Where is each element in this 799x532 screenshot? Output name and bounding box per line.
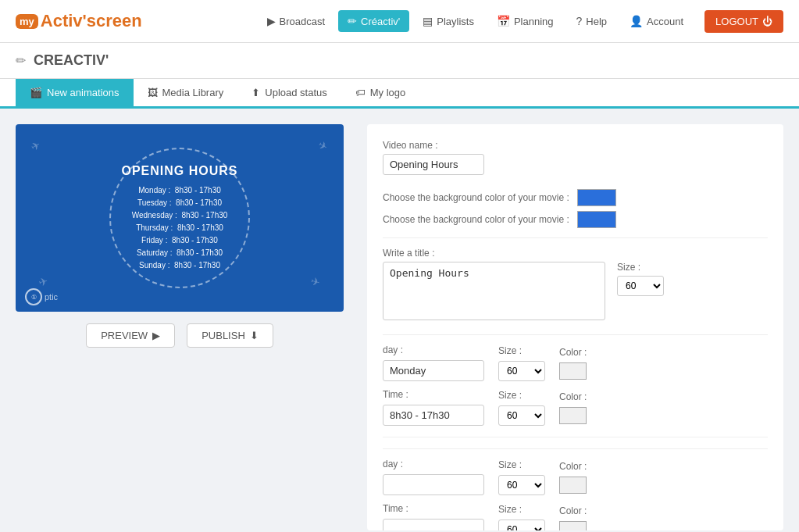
tab-my-logo-label: My logo [370, 87, 406, 98]
video-name-input[interactable] [383, 154, 484, 175]
bg-color1-label: Choose the background color of your movi… [383, 192, 569, 203]
day2-color-swatch[interactable] [559, 477, 587, 494]
tab-upload-status[interactable]: ⬆ Upload status [237, 79, 341, 109]
media-library-icon: 🖼 [148, 87, 158, 98]
nav-broadcast-label: Broadcast [280, 16, 326, 27]
nav-account[interactable]: 👤 Account [620, 10, 693, 32]
creactiv-icon: ✏ [348, 15, 357, 27]
nav-creactiv[interactable]: ✏ Créactiv' [338, 10, 409, 32]
logo: my Activ'screen [16, 11, 142, 31]
field-block-2: day : Size : 60405070 Color : Time : [383, 459, 768, 530]
day1-row: day : Size : 60405070 Color : [383, 345, 768, 381]
preview-actions: PREVIEW ▶ PUBLISH ⬇ [16, 323, 344, 348]
logo-circle-icon: ① [25, 288, 42, 305]
planning-icon: 📅 [497, 15, 510, 27]
time1-color-swatch[interactable] [559, 407, 587, 424]
logo-my: my [16, 14, 38, 29]
day1-size-label: Size : [498, 345, 545, 356]
nav-playlists[interactable]: ▤ Playlists [413, 10, 483, 32]
title-section: Write a title : Opening Hours Size : 60 … [383, 248, 768, 320]
sub-nav: 🎬 New animations 🖼 Media Library ⬆ Uploa… [0, 79, 799, 109]
preview-logo: ① ptic [25, 288, 58, 305]
time2-label: Time : [383, 503, 484, 514]
nav-planning[interactable]: 📅 Planning [487, 10, 563, 32]
nav-account-label: Account [647, 16, 683, 27]
new-animations-icon: 🎬 [30, 87, 42, 98]
day2-label: day : [383, 459, 484, 470]
preview-hours: Monday : 8h30 - 17h30 Tuesday : 8h30 - 1… [132, 184, 228, 272]
my-logo-icon: 🏷 [355, 87, 366, 98]
bg-color2-label: Choose the background color of your movi… [383, 214, 569, 225]
form-panel: Video name : Choose the background color… [367, 124, 783, 530]
tab-new-animations-label: New animations [47, 87, 119, 98]
day1-size-select[interactable]: 60405070 [498, 361, 545, 381]
day2-size-select[interactable]: 60405070 [498, 475, 545, 495]
time1-size-select[interactable]: 60405070 [498, 405, 545, 426]
plane-icon-1: ✈ [29, 138, 43, 154]
plane-icon-3: ✈ [37, 275, 50, 290]
title-size-select[interactable]: 60 40 50 70 80 [617, 276, 664, 296]
pencil-icon: ✏ [16, 53, 26, 68]
day1-input[interactable] [383, 360, 484, 381]
time2-color-swatch[interactable] [559, 521, 587, 531]
nav-playlists-label: Playlists [437, 16, 474, 27]
day2-input[interactable] [383, 474, 484, 495]
day1-label: day : [383, 345, 484, 355]
preview-circle: OPENING HOURS Monday : 8h30 - 17h30 Tues… [109, 148, 250, 288]
time2-size-select[interactable]: 60405070 [498, 520, 545, 531]
play-icon: ▶ [152, 330, 160, 341]
logout-icon: ⏻ [762, 16, 772, 27]
page-header: ✏ CREACTIV' [0, 43, 799, 79]
account-icon: 👤 [630, 15, 643, 27]
nav-right: ▶ Broadcast ✏ Créactiv' ▤ Playlists 📅 Pl… [258, 10, 783, 33]
day2-row: day : Size : 60405070 Color : [383, 459, 768, 495]
time1-label: Time : [383, 389, 484, 400]
publish-button[interactable]: PUBLISH ⬇ [187, 323, 273, 348]
day2-color-label: Color : [559, 461, 587, 472]
main-content: ✈ ✈ ✈ ✈ OPENING HOURS Monday : 8h30 - 17… [0, 109, 799, 532]
day2-size-label: Size : [498, 459, 545, 470]
broadcast-icon: ▶ [267, 15, 276, 27]
bg-color2-swatch[interactable] [577, 211, 616, 228]
plane-icon-2: ✈ [316, 138, 330, 154]
time1-color-label: Color : [559, 391, 587, 402]
logo-brand: Activ'screen [41, 11, 142, 31]
bg-color2-row: Choose the background color of your movi… [383, 211, 768, 228]
video-name-label: Video name : [383, 140, 768, 151]
upload-status-icon: ⬆ [251, 87, 260, 98]
time2-input[interactable] [383, 519, 484, 530]
tab-upload-status-label: Upload status [265, 87, 327, 98]
nav-creactiv-label: Créactiv' [361, 16, 400, 27]
playlists-icon: ▤ [423, 15, 433, 27]
logout-button[interactable]: LOGOUT ⏻ [704, 10, 783, 33]
preview-panel: ✈ ✈ ✈ ✈ OPENING HOURS Monday : 8h30 - 17… [16, 124, 344, 530]
time1-input[interactable] [383, 405, 484, 426]
time2-color-label: Color : [559, 505, 587, 516]
nav-help[interactable]: ? Help [567, 10, 617, 32]
preview-button[interactable]: PREVIEW ▶ [86, 323, 175, 348]
preview-label: PREVIEW [101, 330, 148, 341]
preview-frame: ✈ ✈ ✈ ✈ OPENING HOURS Monday : 8h30 - 17… [16, 124, 344, 312]
title-textarea[interactable]: Opening Hours [383, 262, 605, 320]
bg-color1-swatch[interactable] [577, 189, 616, 206]
time1-size-label: Size : [498, 390, 545, 401]
time2-row: Time : Size : 60405070 Color : [383, 503, 768, 530]
time2-size-label: Size : [498, 504, 545, 515]
day1-color-swatch[interactable] [559, 362, 587, 380]
download-icon: ⬇ [250, 330, 259, 341]
tab-new-animations[interactable]: 🎬 New animations [16, 79, 134, 109]
top-bar: my Activ'screen ▶ Broadcast ✏ Créactiv' … [0, 0, 799, 43]
tab-my-logo[interactable]: 🏷 My logo [341, 79, 420, 109]
title-label: Write a title : [383, 248, 768, 259]
publish-label: PUBLISH [202, 330, 245, 341]
tab-media-library[interactable]: 🖼 Media Library [134, 79, 238, 109]
bg-color1-row: Choose the background color of your movi… [383, 189, 768, 206]
tab-media-library-label: Media Library [162, 87, 224, 98]
nav-help-label: Help [586, 16, 607, 27]
title-size-group: Size : 60 40 50 70 80 [617, 262, 664, 296]
page-title: CREACTIV' [34, 52, 109, 69]
preview-opening-title: OPENING HOURS [121, 164, 237, 178]
nav-broadcast[interactable]: ▶ Broadcast [258, 10, 335, 32]
help-icon: ? [576, 15, 583, 27]
day1-color-label: Color : [559, 347, 587, 358]
